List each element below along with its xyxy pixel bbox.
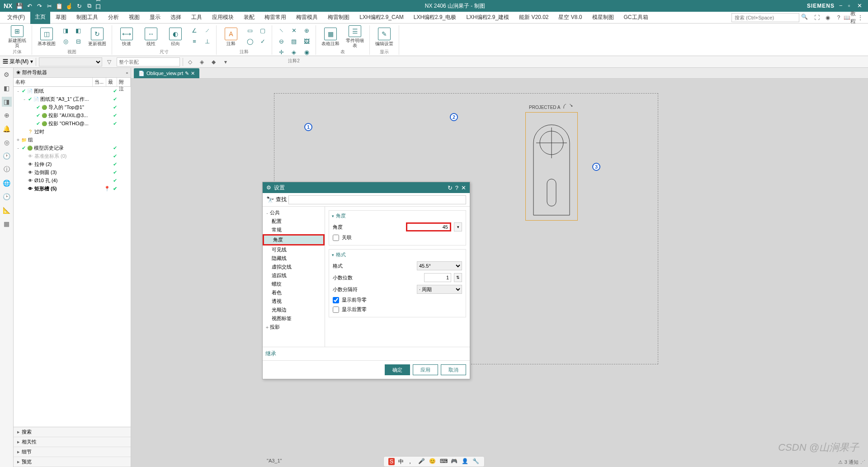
ime-game-icon[interactable]: 🎮 bbox=[451, 458, 458, 465]
dlgtree-angle[interactable]: 角度 bbox=[263, 234, 325, 245]
browser-icon[interactable]: 🌐 bbox=[2, 178, 12, 188]
dialog-reset-icon[interactable]: ↻ bbox=[448, 184, 453, 191]
ime-mode[interactable]: 中 bbox=[398, 458, 404, 466]
symbol-icon[interactable]: ◈ bbox=[288, 47, 299, 57]
menu-drafting-tools[interactable]: 制图工具 bbox=[72, 12, 103, 23]
dialog-help-icon[interactable]: ? bbox=[455, 184, 458, 191]
update-views-button[interactable]: ↻更新视图 bbox=[86, 25, 108, 48]
col-current[interactable]: 当... bbox=[93, 78, 106, 86]
target-point-icon[interactable]: ✕ bbox=[288, 25, 299, 35]
measure-icon[interactable]: 📐 bbox=[2, 205, 12, 215]
palette-icon[interactable]: ▦ bbox=[2, 219, 12, 229]
tree-datum-csys[interactable]: 👁基准坐标系 (0)✔ bbox=[14, 152, 131, 160]
section-view-icon[interactable]: ◧ bbox=[73, 25, 84, 35]
copy-icon[interactable]: 📋 bbox=[56, 2, 63, 9]
feature-control-icon[interactable]: ▭ bbox=[245, 25, 255, 35]
menu-button[interactable]: ☰ 菜单(M) ▾ bbox=[3, 58, 33, 66]
minimize-icon[interactable]: − bbox=[839, 2, 846, 9]
ime-mic-icon[interactable]: 🎤 bbox=[418, 458, 425, 465]
projected-view-icon[interactable]: ◨ bbox=[60, 25, 71, 35]
cube-icon[interactable]: ◧ bbox=[2, 83, 12, 93]
menu-analysis[interactable]: 分析 bbox=[104, 12, 123, 23]
snap-dropdown-icon[interactable]: ▾ bbox=[221, 57, 230, 66]
acc-preview[interactable]: ▸预览 bbox=[14, 457, 131, 467]
menu-meilei-draft[interactable]: 梅雷制图 bbox=[323, 12, 354, 23]
inherit-title[interactable]: 继承 bbox=[265, 350, 467, 358]
balloon-icon[interactable]: ◯ bbox=[245, 36, 255, 46]
ok-button[interactable]: 确定 bbox=[385, 364, 410, 375]
menu-file[interactable]: 文件(F) bbox=[3, 12, 29, 23]
clock-icon[interactable]: 🕑 bbox=[2, 192, 12, 202]
notification-count[interactable]: 3 通知 bbox=[844, 459, 859, 466]
info-icon[interactable]: ⓘ bbox=[2, 165, 12, 175]
center-mark-icon[interactable]: ✛ bbox=[276, 47, 287, 57]
tree-proj-auxil[interactable]: ✔🟢投影 "AUXIL@3...✔ bbox=[14, 111, 131, 119]
dlgtree-trace[interactable]: 追踪线 bbox=[263, 271, 325, 280]
touch-icon[interactable]: ☝ bbox=[66, 2, 73, 9]
constraint-icon[interactable]: ⊕ bbox=[2, 110, 12, 120]
menu-home[interactable]: 主页 bbox=[30, 11, 50, 24]
dialog-search-input[interactable] bbox=[288, 195, 466, 204]
snap3-icon[interactable]: ◆ bbox=[209, 57, 218, 66]
selection-filter-combo[interactable] bbox=[39, 57, 102, 66]
cancel-button[interactable]: 取消 bbox=[441, 364, 466, 375]
redo-icon[interactable]: ↷ bbox=[36, 2, 43, 9]
bolt-circle-icon[interactable]: ◉ bbox=[301, 47, 312, 57]
history-icon[interactable]: 🕐 bbox=[2, 151, 12, 161]
save-icon[interactable]: 💾 bbox=[16, 2, 23, 9]
tabular-note-button[interactable]: ▦表格注释 bbox=[320, 25, 341, 48]
menu-select[interactable]: 选择 bbox=[166, 12, 186, 23]
menu-nengxin[interactable]: 能新 V20.02 bbox=[514, 12, 553, 23]
reuse-icon[interactable]: ◎ bbox=[2, 137, 12, 147]
tree-slot[interactable]: 👁矩形槽 (5)📍✔ bbox=[14, 184, 131, 193]
break-view-icon[interactable]: ⊟ bbox=[73, 36, 84, 46]
angular-dim-icon[interactable]: ∠ bbox=[189, 25, 200, 35]
menu-assembly[interactable]: 装配 bbox=[239, 12, 259, 23]
dlgtree-viewlabel[interactable]: 视图标签 bbox=[263, 314, 325, 323]
snap-icon[interactable]: ◇ bbox=[186, 57, 195, 66]
dlgtree-general[interactable]: 常规 bbox=[263, 226, 325, 234]
acc-search[interactable]: ▸搜索 bbox=[14, 427, 131, 437]
tree-hole[interactable]: 👁Ø10 孔 (4)✔ bbox=[14, 176, 131, 184]
group-format-title[interactable]: 格式 bbox=[329, 250, 466, 260]
menu-display[interactable]: 显示 bbox=[145, 12, 165, 23]
base-view-button[interactable]: ◫基本视图 bbox=[36, 25, 57, 48]
close-icon[interactable]: ✕ bbox=[857, 2, 864, 9]
weld-symbol-icon[interactable]: ⟍ bbox=[276, 25, 287, 35]
menu-view[interactable]: 视图 bbox=[124, 12, 144, 23]
window-icon[interactable]: ⧉ bbox=[85, 2, 93, 9]
record-icon[interactable]: ◉ bbox=[824, 14, 832, 22]
new-sheet-button[interactable]: ⊞新建图纸页 bbox=[6, 25, 28, 48]
parts-list-button[interactable]: ☰零件明细表 bbox=[344, 25, 366, 48]
tree-edge-blend[interactable]: 👁边倒圆 (3)✔ bbox=[14, 168, 131, 176]
menu-lxh-cam[interactable]: LXH编程2.9_CAM bbox=[355, 12, 408, 23]
trailing-zero-checkbox[interactable] bbox=[333, 307, 339, 313]
search-input[interactable] bbox=[731, 13, 799, 22]
format-select[interactable]: 45.5° bbox=[417, 261, 462, 270]
group-angle-title[interactable]: 角度 bbox=[329, 211, 466, 221]
drawing-canvas[interactable]: "A3_1" PROJECTED A ⚙ 设置 ↻ bbox=[131, 79, 868, 467]
tab-close-icon[interactable]: ✕ bbox=[191, 71, 195, 76]
surface-finish-icon[interactable]: ✓ bbox=[257, 36, 268, 46]
dialog-close-icon[interactable]: ✕ bbox=[461, 184, 466, 191]
col-note[interactable]: 附注 bbox=[117, 78, 131, 86]
tree-outdated[interactable]: ?过时 bbox=[14, 127, 131, 136]
associative-checkbox[interactable] bbox=[333, 235, 339, 241]
datum-icon[interactable]: ▢ bbox=[257, 25, 268, 35]
menu-moxing[interactable]: 模星制图 bbox=[588, 12, 618, 23]
menu-lxh-model[interactable]: LXH编程2.9_建模 bbox=[462, 12, 514, 23]
thickness-dim-icon[interactable]: ≡ bbox=[189, 36, 200, 46]
tree-proj-ortho[interactable]: ✔🟢投影 "ORTHO@...✔ bbox=[14, 119, 131, 127]
menu-application[interactable]: 应用模块 bbox=[208, 12, 238, 23]
pin-icon[interactable]: ▫ bbox=[126, 70, 128, 75]
dlgtree-virtual[interactable]: 虚拟交线 bbox=[263, 263, 325, 271]
apply-button[interactable]: 应用 bbox=[413, 364, 438, 375]
acc-dependency[interactable]: ▸相关性 bbox=[14, 437, 131, 447]
bell-icon[interactable]: 🔔 bbox=[2, 124, 12, 134]
separator-select[interactable]: · 周期 bbox=[417, 285, 462, 294]
restore-icon[interactable]: ▫ bbox=[848, 2, 855, 9]
menu-tools[interactable]: 工具 bbox=[187, 12, 207, 23]
rapid-dim-button[interactable]: ⟷快速 bbox=[116, 25, 137, 48]
tree-sheet-a3[interactable]: -✔📄图纸页 "A3_1" (工作...✔ bbox=[14, 95, 131, 103]
dlgtree-projection[interactable]: +投影 bbox=[263, 323, 325, 331]
